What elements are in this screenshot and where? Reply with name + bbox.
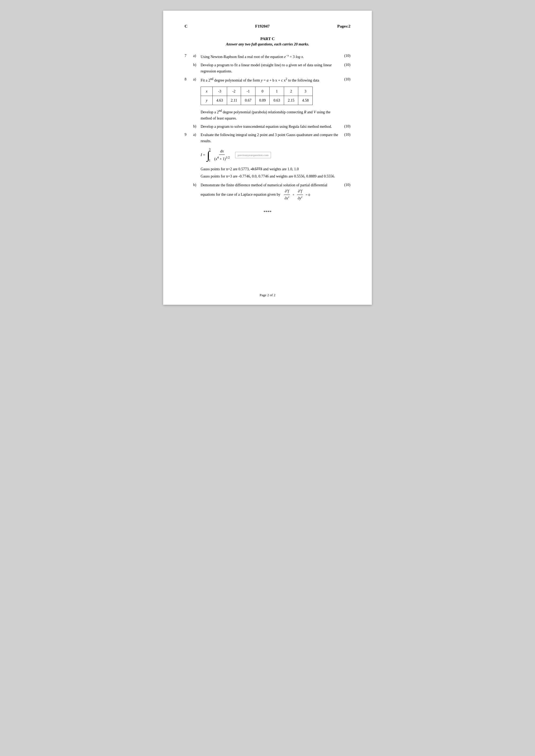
watermark: previousyearquestion.com (235, 152, 271, 158)
table-y-6: 2.15 (284, 96, 298, 105)
q9b-content: Demonstrate the finite difference method… (201, 182, 340, 201)
q9a-marks: (10) (340, 132, 351, 138)
integral-frac: dx (x4 + 1)1/2 (213, 148, 231, 162)
table-y-5: 0.63 (269, 96, 284, 105)
data-table: x -3 -2 -1 0 1 2 3 y 4.63 2.11 (201, 87, 313, 105)
q7a-label: a) (193, 53, 201, 59)
q8b-marks: (10) (340, 123, 351, 129)
header-right: Pages:2 (337, 24, 351, 29)
q9a-content: Evaluate the following integral using 2 … (201, 132, 340, 179)
table-y-3: 0.67 (241, 96, 255, 105)
question-8a: 8 a) Fit a 2nd degree polynomial of the … (184, 76, 351, 122)
stars: **** (184, 210, 351, 214)
table-x-1: 1 (269, 87, 284, 96)
page-footer: Page 2 of 2 (163, 293, 372, 297)
partial-frac-2: ∂2f ∂y2 (297, 188, 304, 201)
q9-num: 9 (184, 132, 193, 138)
header-left: C (184, 24, 187, 29)
questions-section: 7 a) Using Newton-Raphson find a real ro… (184, 53, 351, 201)
q9a-label: a) (193, 132, 201, 138)
page-header: C F192047 Pages:2 (184, 24, 351, 29)
table-header-x: x (201, 87, 213, 96)
table-x-neg3: -3 (213, 87, 227, 96)
question-7b: b) Develop a program to fit a linear mod… (184, 62, 351, 74)
q7b-marks: (10) (340, 62, 351, 68)
question-9a: 9 a) Evaluate the following integral usi… (184, 132, 351, 179)
integral-formula: I = ∫ 3 1 dx (x4 + 1)1/2 previousy (201, 147, 340, 163)
question-9b: b) Demonstrate the finite difference met… (184, 182, 351, 201)
table-x-3: 3 (298, 87, 313, 96)
q7a-content: Using Newton-Raphson find a real root of… (201, 53, 340, 60)
table-y-1: 4.63 (213, 96, 227, 105)
q8b-label: b) (193, 123, 201, 129)
q7b-content: Develop a program to fit a linear model … (201, 62, 340, 74)
q8a-label: a) (193, 76, 201, 82)
q9b-marks: (10) (340, 182, 351, 188)
q8a-marks: (10) (340, 76, 351, 82)
part-subtitle: Answer any two full questions, each carr… (184, 42, 351, 46)
frac-denominator: (x4 + 1)1/2 (213, 155, 231, 162)
table-y-2: 2.11 (227, 96, 241, 105)
q9b-label: b) (193, 182, 201, 188)
table-y-4: 0.09 (255, 96, 269, 105)
frac-numerator: dx (219, 148, 225, 155)
part-title: PART C (184, 37, 351, 41)
header-center: F192047 (255, 24, 269, 29)
q7a-marks: (10) (340, 53, 351, 59)
q8-num: 8 (184, 76, 193, 82)
gauss-n2: Gauss points for n=2 are 0.5773, -0.5773… (201, 166, 340, 172)
q7b-label: b) (193, 62, 201, 68)
table-x-2: 2 (284, 87, 298, 96)
exam-page: C F192047 Pages:2 PART C Answer any two … (163, 11, 372, 305)
table-header-y: y (201, 96, 213, 105)
q7-num: 7 (184, 53, 193, 59)
partial-frac-1: ∂2f ∂x2 (284, 188, 291, 201)
table-y-7: 4.58 (298, 96, 313, 105)
question-7: 7 a) Using Newton-Raphson find a real ro… (184, 53, 351, 60)
q8a-content: Fit a 2nd degree polynomial of the form … (201, 76, 340, 122)
table-x-neg2: -2 (227, 87, 241, 96)
q8b-content: Develop a program to solve transcendenta… (201, 123, 340, 130)
question-8b: b) Develop a program to solve transcende… (184, 123, 351, 130)
table-x-0: 0 (255, 87, 269, 96)
gauss-n3: Gauss points for n=3 are -0.7746, 0.0, 0… (201, 173, 340, 179)
table-x-neg1: -1 (241, 87, 255, 96)
